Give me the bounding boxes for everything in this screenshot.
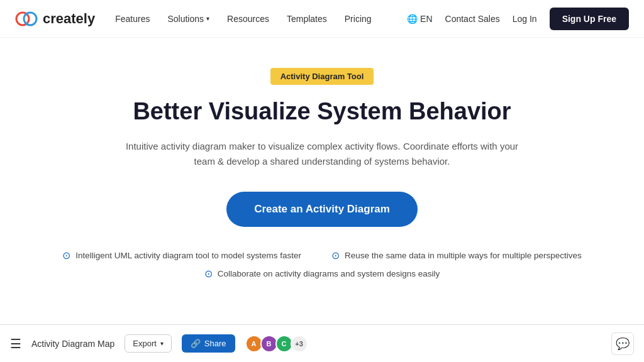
logo[interactable]: creately xyxy=(15,8,95,30)
login-link[interactable]: Log In xyxy=(513,14,537,24)
check-icon: ⊙ xyxy=(204,268,213,280)
hero-badge: Activity Diagram Tool xyxy=(270,68,374,85)
chat-button[interactable]: 💬 xyxy=(611,332,634,355)
nav-right: 🌐 EN Contact Sales Log In Sign Up Free xyxy=(407,8,629,30)
language-selector[interactable]: 🌐 EN xyxy=(407,14,432,24)
nav-links: Features Solutions ▾ Resources Templates… xyxy=(115,14,407,24)
chevron-down-icon: ▾ xyxy=(206,15,209,22)
feature-row-1: ⊙ Intelligent UML activity diagram tool … xyxy=(62,250,582,261)
avatar-count: +3 xyxy=(291,335,308,353)
share-button[interactable]: 🔗 Share xyxy=(182,334,235,353)
bottom-toolbar: ☰ Activity Diagram Map Export ▾ 🔗 Share … xyxy=(0,324,644,362)
nav-features[interactable]: Features xyxy=(115,14,150,24)
share-icon: 🔗 xyxy=(191,339,201,348)
nav-templates[interactable]: Templates xyxy=(287,14,327,24)
chevron-down-icon: ▾ xyxy=(160,340,164,347)
feature-item-2: ⊙ Reuse the same data in multiple ways f… xyxy=(331,250,582,261)
feature-row-2: ⊙ Collaborate on activity diagrams and s… xyxy=(204,268,440,280)
feature-list: ⊙ Intelligent UML activity diagram tool … xyxy=(62,250,582,280)
logo-text: creately xyxy=(43,11,95,27)
nav-resources[interactable]: Resources xyxy=(227,14,269,24)
hero-headline: Better Visualize System Behavior xyxy=(133,97,511,126)
feature-item-1: ⊙ Intelligent UML activity diagram tool … xyxy=(62,250,301,261)
hero-section: Activity Diagram Tool Better Visualize S… xyxy=(0,38,644,280)
check-icon: ⊙ xyxy=(62,250,70,261)
cta-button[interactable]: Create an Activity Diagram xyxy=(226,192,418,227)
nav-solutions[interactable]: Solutions ▾ xyxy=(167,14,209,24)
menu-icon[interactable]: ☰ xyxy=(10,336,21,351)
signup-button[interactable]: Sign Up Free xyxy=(550,8,629,30)
diagram-title: Activity Diagram Map xyxy=(31,339,114,349)
hero-subtext: Intuitive activity diagram maker to visu… xyxy=(114,139,530,169)
avatar-group: A B C +3 xyxy=(245,335,308,353)
logo-icon xyxy=(15,8,38,30)
navbar: creately Features Solutions ▾ Resources … xyxy=(0,0,644,38)
globe-icon: 🌐 xyxy=(407,14,418,24)
export-button[interactable]: Export ▾ xyxy=(125,334,172,353)
check-icon: ⊙ xyxy=(331,250,340,261)
feature-item-3: ⊙ Collaborate on activity diagrams and s… xyxy=(204,268,440,280)
contact-sales-link[interactable]: Contact Sales xyxy=(445,14,500,24)
chat-icon: 💬 xyxy=(616,337,630,351)
svg-point-1 xyxy=(24,13,36,25)
nav-pricing[interactable]: Pricing xyxy=(345,14,372,24)
